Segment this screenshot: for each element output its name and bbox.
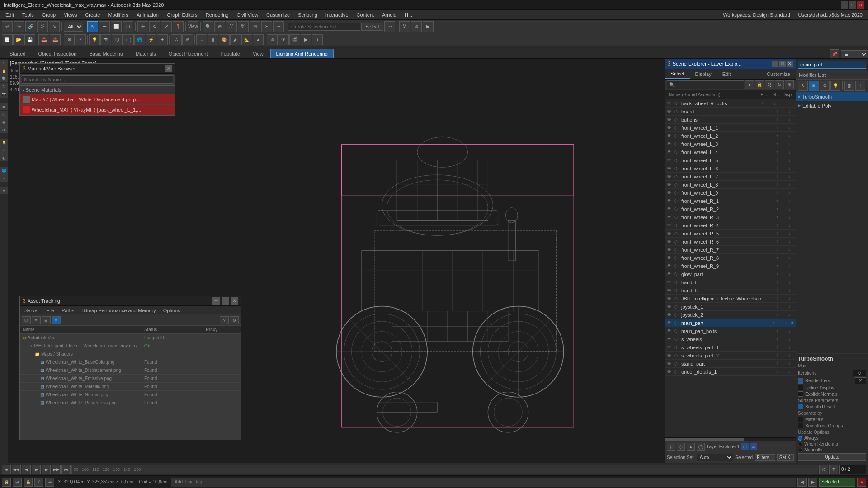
se-link-btn[interactable]: ⛓ bbox=[765, 80, 774, 89]
left-tb-filter[interactable]: ▼ bbox=[0, 187, 8, 194]
material-browser-close[interactable]: ✕ bbox=[165, 65, 172, 72]
select-by-name-button[interactable]: ☰ bbox=[99, 21, 110, 32]
left-tb-light1[interactable]: 💡 bbox=[0, 139, 8, 146]
material-item-1[interactable]: Wheelchair_MAT ( VRayMtl ) [back_wheel_L… bbox=[20, 105, 175, 115]
env-btn[interactable]: 🌐 bbox=[134, 34, 145, 45]
se-add-button[interactable]: + bbox=[667, 443, 675, 451]
hair-btn[interactable]: ‖ bbox=[208, 34, 218, 45]
new-scene-btn[interactable]: 📄 bbox=[2, 34, 13, 45]
left-tb-mat[interactable]: ◉ bbox=[0, 118, 8, 126]
particles-btn[interactable]: ∴ bbox=[171, 34, 182, 45]
unlink-button[interactable]: ⛓ bbox=[37, 21, 48, 32]
minimize-button[interactable]: ─ bbox=[841, 1, 848, 9]
se-bt-icon2[interactable]: ≡ bbox=[750, 443, 757, 450]
se-item-fwr1[interactable]: 👁⬡ front_wheel_R_1 ↑↓ bbox=[665, 197, 796, 205]
mod-tb-select[interactable]: ↖ bbox=[798, 81, 808, 91]
se-item-fwl8[interactable]: 👁⬡ front_wheel_L_8 ↑↓ bbox=[665, 181, 796, 189]
tl-next-frame[interactable]: ▶ bbox=[42, 465, 51, 474]
settings-btn[interactable]: ⚙ bbox=[64, 34, 75, 45]
geo-btn[interactable]: ◯ bbox=[123, 34, 134, 45]
left-tb-wire[interactable]: ⬡ bbox=[0, 111, 8, 118]
at-row-basecolor[interactable]: 🖼Wheelchair_White_BaseColor.png Found bbox=[20, 358, 241, 366]
se-item-fwr9[interactable]: 👁⬡ front_wheel_R_9 ↑↓ bbox=[665, 262, 796, 270]
ts-smooth-grp-checkbox[interactable] bbox=[798, 423, 803, 428]
menu-graph-editors[interactable]: Graph Editors bbox=[163, 11, 201, 19]
se-col-btn[interactable]: ⊞ bbox=[785, 80, 794, 89]
left-tb-shade[interactable]: ◑ bbox=[0, 126, 8, 133]
ts-render-iters-input[interactable] bbox=[855, 377, 866, 384]
menu-interactive[interactable]: Interactive bbox=[322, 11, 352, 19]
se-item-fwl9[interactable]: 👁⬡ front_wheel_L_9 ↑↓ bbox=[665, 189, 796, 197]
mod-tb-move-up[interactable]: ↑ bbox=[855, 81, 865, 91]
tab-started[interactable]: Started bbox=[4, 49, 31, 58]
tl-keymode-btn[interactable]: K bbox=[819, 465, 828, 474]
se-item-fwr6[interactable]: 👁⬡ front_wheel_R_6 ↑↓ bbox=[665, 238, 796, 246]
left-tb-env[interactable]: 🌐 bbox=[0, 167, 8, 174]
bind-button[interactable]: ∿ bbox=[49, 21, 60, 32]
se-item-buttons[interactable]: 👁 ⬡ buttons ↑ ↓ bbox=[665, 116, 796, 124]
at-menu-file[interactable]: File bbox=[43, 307, 57, 314]
rect-select-button[interactable]: ⬜ bbox=[111, 21, 122, 32]
rotate-button[interactable]: ↻ bbox=[149, 21, 160, 32]
se-item-fwl1[interactable]: 👁⬡ front_wheel_L_1 ↑↓ bbox=[665, 124, 796, 132]
camera2-btn[interactable]: 📷 bbox=[100, 34, 111, 45]
se-tab-display[interactable]: Display bbox=[690, 70, 717, 78]
export-btn[interactable]: 📤 bbox=[50, 34, 61, 45]
dynamics-btn[interactable]: ⊕ bbox=[182, 34, 193, 45]
select-object-button[interactable]: ↖ bbox=[87, 21, 98, 32]
create-selection-set-input[interactable] bbox=[288, 23, 360, 31]
at-tb-options[interactable]: ⚙ bbox=[230, 316, 239, 324]
se-item-fwl4[interactable]: 👁⬡ front_wheel_L_4 ↑↓ bbox=[665, 148, 796, 156]
paint2-btn[interactable]: 🖌 bbox=[230, 34, 241, 45]
left-tb-orbit[interactable]: ↻ bbox=[0, 83, 8, 90]
menu-views[interactable]: Views bbox=[60, 11, 80, 19]
anim-btn[interactable]: ▶ bbox=[301, 34, 311, 45]
tl-time-btn[interactable]: T bbox=[829, 465, 838, 474]
tab-object-placement[interactable]: Object Placement bbox=[163, 49, 214, 58]
schematic-btn[interactable]: ⋯ bbox=[384, 21, 395, 32]
add-time-tag-btn[interactable]: Add Time Tag bbox=[171, 478, 796, 487]
ts-explicit-checkbox[interactable] bbox=[798, 391, 803, 397]
sys-btn[interactable]: ⚡ bbox=[146, 34, 156, 45]
se-item-fwr4[interactable]: 👁⬡ front_wheel_R_4 ↑↓ bbox=[665, 221, 796, 230]
se-item-jbh[interactable]: 👁⬡ JBH_Intelligent_Electric_Wheelchair ↑… bbox=[665, 295, 796, 303]
at-minimize[interactable]: ─ bbox=[212, 297, 220, 305]
ts-manually-radio[interactable] bbox=[798, 448, 802, 452]
tab-populate[interactable]: Populate bbox=[215, 49, 246, 58]
se-item-main-part[interactable]: 👁⬡ main_part ↑↓ ⊞ bbox=[665, 319, 796, 327]
left-tb-select[interactable]: ↖ bbox=[0, 60, 8, 67]
se-close[interactable]: ✕ bbox=[787, 61, 793, 67]
se-item-fwl2[interactable]: 👁⬡ front_wheel_L_2 ↑↓ bbox=[665, 132, 796, 140]
se-item-s-wheels-p2[interactable]: 👁⬡ s_wheels_part_2 ↑↓ bbox=[665, 352, 796, 360]
at-menu-server[interactable]: Server bbox=[22, 307, 42, 314]
at-tb-2[interactable]: ≡ bbox=[32, 316, 41, 324]
link-button[interactable]: 🔗 bbox=[25, 21, 36, 32]
se-circle-btn[interactable]: ◯ bbox=[697, 443, 705, 451]
cloth-btn[interactable]: ≈ bbox=[196, 34, 207, 45]
import-btn[interactable]: 📥 bbox=[38, 34, 49, 45]
undo-button[interactable]: ↩ bbox=[2, 21, 13, 32]
at-row-maps-folder[interactable]: 📁Maps / Shaders bbox=[20, 350, 241, 358]
material-item-0[interactable]: Map #7 (Wheelchair_White_Displacement.pn… bbox=[20, 94, 175, 105]
se-item-board[interactable]: 👁 ⬡ board ↑ ↓ bbox=[665, 108, 796, 116]
left-tb-zoom[interactable]: 🔍 bbox=[0, 75, 8, 82]
menu-scripting[interactable]: Scripting bbox=[294, 11, 321, 19]
at-row-normal[interactable]: 🖼Wheelchair_White_Normal.png Found bbox=[20, 391, 241, 399]
tab-lighting-rendering[interactable]: Lighting And Rendering bbox=[270, 49, 334, 58]
tl-play-btn[interactable]: ▶ bbox=[32, 465, 41, 474]
help-btn[interactable]: ? bbox=[75, 34, 86, 45]
left-tb-camera[interactable]: 📷 bbox=[0, 90, 8, 98]
se-item-joystick1[interactable]: 👁⬡ joystick_1 ↑↓ bbox=[665, 303, 796, 311]
se-item-under[interactable]: 👁⬡ under_details_1 ↑↓ bbox=[665, 368, 796, 376]
tl-prev-btn[interactable]: ◀◀ bbox=[12, 465, 21, 474]
material-editor-btn[interactable]: M bbox=[399, 21, 410, 32]
menu-content[interactable]: Content bbox=[353, 11, 378, 19]
se-setk-btn[interactable]: Set K. bbox=[777, 454, 794, 461]
sb-grid-btn[interactable]: ⊞ bbox=[13, 478, 22, 487]
at-close[interactable]: ✕ bbox=[231, 297, 238, 305]
ts-rendering-radio[interactable] bbox=[798, 442, 802, 446]
se-item-fwr7[interactable]: 👁⬡ front_wheel_R_7 ↑↓ bbox=[665, 246, 796, 254]
save-btn[interactable]: 💾 bbox=[24, 34, 35, 45]
snap-btn[interactable]: ✂ bbox=[261, 21, 272, 32]
at-tb-help[interactable]: ? bbox=[220, 316, 229, 324]
